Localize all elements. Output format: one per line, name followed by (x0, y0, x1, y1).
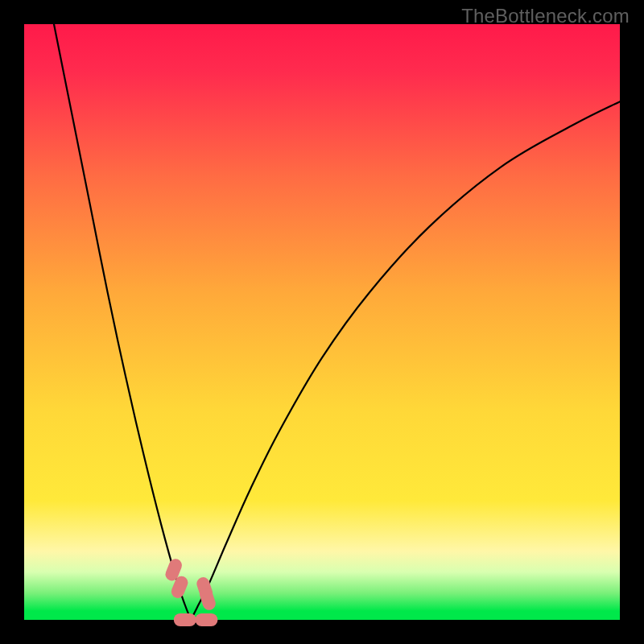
bottom-right-marker (195, 613, 217, 626)
watermark-text: TheBottleneck.com (461, 5, 630, 27)
bottom-left-marker (174, 613, 196, 626)
bottleneck-chart (0, 0, 644, 644)
